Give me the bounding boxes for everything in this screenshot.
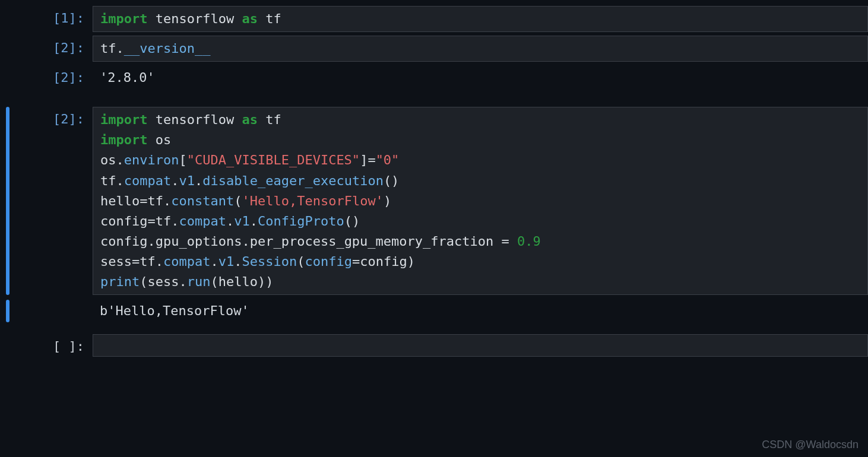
cell-3-input: [2]: import tensorflow as tf import os o… [0,107,868,295]
cell-3-indicator-output [0,299,14,323]
cell-1-indicator [0,6,14,32]
cell-blank-prompt: [ ]: [14,334,93,357]
cell-2-code[interactable]: tf.__version__ [93,36,868,62]
cell-3-code[interactable]: import tensorflow as tf import os os.env… [93,107,868,295]
cell-2-indicator [0,36,14,62]
cell-3-prompt: [2]: [14,107,93,295]
cell-blank-code[interactable] [93,334,868,357]
cell-2-output: [2]: '2.8.0' [0,65,868,90]
cell-3-indicator-input [0,107,14,295]
cell-1-code[interactable]: import tensorflow as tf [93,6,868,32]
cell-blank-input: [ ]: [0,334,868,357]
cell-2-input: [2]: tf.__version__ [0,36,868,62]
cell-2-prompt: [2]: [14,36,93,62]
cell-1-input: [1]: import tensorflow as tf [0,6,868,32]
cell-2-out-prompt: [2]: [14,65,93,90]
cell-1-prompt: [1]: [14,6,93,32]
cell-3-output: b'Hello,TensorFlow' [0,299,868,323]
cell-2-output-text: '2.8.0' [93,65,868,90]
cell-3-output-text: b'Hello,TensorFlow' [93,299,868,323]
